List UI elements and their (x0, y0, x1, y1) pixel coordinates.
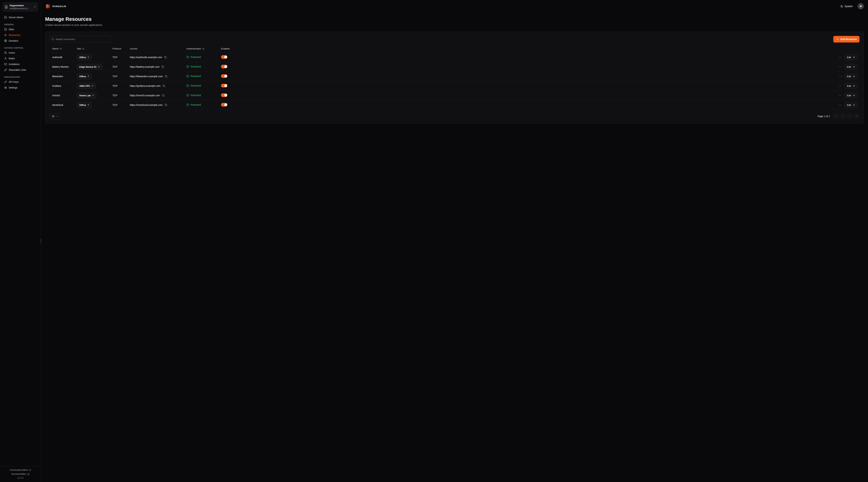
sidebar-item-label: Users (9, 51, 15, 54)
edit-button[interactable]: Edit (844, 73, 858, 79)
access-url: https://grafana.example.com (130, 85, 161, 87)
search-input[interactable] (50, 36, 112, 42)
ellipsis-icon (839, 65, 841, 68)
sidebar-item-label: Settings (9, 86, 18, 89)
site-link-button[interactable]: Home Lab (77, 93, 96, 98)
access-url: https://nextcloud.example.com (130, 104, 163, 106)
arrow-right-icon (852, 94, 855, 97)
copy-icon (164, 56, 167, 59)
row-menu-button[interactable] (838, 84, 842, 88)
community-edition-link[interactable]: Community Edition (10, 469, 31, 471)
enabled-toggle[interactable] (221, 84, 227, 88)
avatar[interactable]: M (858, 3, 864, 9)
sidebar-item-api-keys[interactable]: API Keys (3, 79, 38, 85)
page-subtitle: Create secure proxies to your private ap… (45, 24, 864, 26)
row-menu-button[interactable] (838, 56, 842, 59)
previous-page-button[interactable] (840, 114, 846, 119)
sidebar-item-users[interactable]: Users (3, 50, 38, 55)
sidebar-item-label: Roles (9, 57, 15, 60)
moon-icon (840, 5, 843, 8)
auth-status-label: Protected (190, 84, 201, 87)
auth-status-label: Protected (190, 56, 201, 59)
next-page-button[interactable] (847, 114, 852, 119)
page-size-select[interactable]: 20 (50, 113, 61, 119)
edit-label: Edit (847, 56, 851, 59)
edit-button[interactable]: Edit (844, 102, 858, 108)
copy-icon (165, 75, 167, 77)
access-url: https://authentik.example.com (130, 56, 162, 59)
copy-url-button[interactable] (164, 103, 167, 106)
last-page-button[interactable] (854, 114, 860, 119)
column-header-protocol: Protocol (113, 47, 121, 50)
copy-url-button[interactable] (164, 75, 168, 78)
org-value: milo@fossorial.io's ... (9, 7, 32, 10)
sidebar-item-server-admin[interactable]: Server Admin (3, 15, 38, 20)
brand: PANGOLIN (45, 3, 66, 9)
copy-url-button[interactable] (161, 65, 164, 68)
column-header-authentication[interactable]: Authentication (186, 47, 205, 50)
sidebar-resize-handle[interactable] (41, 239, 41, 243)
toggle-knob (224, 65, 227, 68)
sidebar-item-resources[interactable]: Resources (3, 32, 38, 38)
arrow-right-icon (852, 56, 855, 59)
link-icon (4, 68, 7, 71)
row-menu-button[interactable] (838, 103, 842, 107)
sidebar-item-shareable-links[interactable]: Shareable Links (3, 67, 38, 72)
sidebar-item-settings[interactable]: Settings (3, 85, 38, 90)
arrow-up-right-icon (87, 56, 89, 58)
copy-url-button[interactable] (164, 56, 167, 59)
ellipsis-icon (839, 94, 841, 97)
enabled-toggle[interactable] (221, 65, 227, 68)
site-link-button[interactable]: Edge Device 01 (77, 64, 102, 70)
sidebar-item-domains[interactable]: Domains (3, 38, 38, 43)
edit-button[interactable]: Edit (844, 83, 858, 89)
auth-status-label: Protected (190, 94, 201, 97)
copy-icon (163, 85, 165, 87)
enabled-toggle[interactable] (221, 55, 227, 59)
edit-button[interactable]: Edit (844, 54, 858, 60)
sidebar-item-sites[interactable]: Sites (3, 27, 38, 32)
column-header-site[interactable]: Site (77, 47, 84, 50)
auth-status-badge: Protected (186, 56, 201, 59)
toggle-knob (224, 56, 227, 59)
edit-button[interactable]: Edit (844, 64, 858, 70)
sidebar-item-roles[interactable]: Roles (3, 56, 38, 61)
add-resource-button[interactable]: Add Resource (833, 36, 860, 42)
theme-toggle[interactable]: System (839, 5, 854, 8)
column-header-name[interactable]: Name (52, 47, 62, 50)
site-name: Office (79, 75, 86, 78)
copy-url-button[interactable] (162, 94, 165, 97)
site-name: AWS VPC (79, 85, 90, 87)
resource-name: Grafana (50, 81, 75, 91)
site-link-button[interactable]: AWS VPC (77, 83, 96, 89)
row-actions: Edit (240, 54, 858, 60)
enabled-toggle[interactable] (221, 103, 227, 106)
chevrons-left-icon (835, 115, 837, 118)
site-link-button[interactable]: Office (77, 102, 92, 108)
chevron-left-icon (842, 115, 844, 118)
table-row: Nextcloud Office TCP https://nextcloud.e… (50, 100, 860, 110)
copy-url-button[interactable] (162, 84, 165, 88)
resources-card: Add Resource Name Site Protocol Access A… (45, 32, 864, 124)
row-actions: Edit (240, 73, 858, 79)
sidebar-item-label: Server Admin (9, 16, 23, 19)
arrow-up-right-icon (87, 104, 89, 106)
first-page-button[interactable] (833, 114, 839, 119)
sidebar-item-invitations[interactable]: Invitations (3, 62, 38, 67)
shield-check-icon (186, 75, 189, 77)
row-menu-button[interactable] (838, 65, 842, 68)
enabled-toggle[interactable] (221, 74, 227, 78)
documentation-link[interactable]: Documentation (11, 473, 29, 475)
site-link-button[interactable]: Office (77, 73, 92, 79)
resource-name: Nextcloud (50, 100, 75, 110)
table-row: Battery Monitor Edge Device 01 TCP https… (50, 62, 860, 72)
row-menu-button[interactable] (838, 75, 842, 78)
org-selector[interactable]: Organization milo@fossorial.io's ... (3, 2, 38, 11)
enabled-toggle[interactable] (221, 93, 227, 97)
edit-button[interactable]: Edit (844, 93, 858, 98)
site-link-button[interactable]: Office (77, 54, 92, 60)
column-header-access: Access (130, 47, 137, 50)
row-menu-button[interactable] (838, 94, 842, 97)
access-cell: https://nextcloud.example.com (130, 103, 184, 106)
gear-icon (4, 86, 7, 89)
